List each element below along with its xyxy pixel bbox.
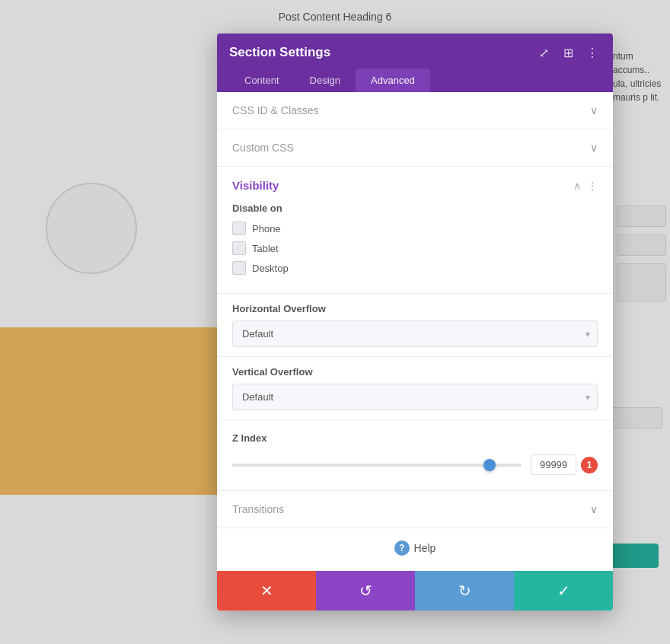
- tablet-checkbox[interactable]: [232, 241, 246, 255]
- desktop-checkbox[interactable]: [232, 261, 246, 275]
- transitions-section[interactable]: Transitions ∨: [217, 491, 613, 528]
- help-label: Help: [414, 542, 436, 554]
- tablet-label: Tablet: [252, 243, 279, 254]
- modal-tabs: Content Design Advanced: [229, 69, 601, 92]
- vertical-overflow-select-wrapper: Default Visible Hidden Scroll Auto ▾: [232, 384, 598, 410]
- transitions-label: Transitions: [232, 503, 284, 515]
- help-icon[interactable]: ?: [394, 540, 410, 556]
- tab-advanced[interactable]: Advanced: [356, 69, 430, 92]
- tab-content[interactable]: Content: [229, 69, 295, 92]
- expand-icon[interactable]: ⤢: [535, 44, 552, 61]
- visibility-section: Visibility ∧ ⋮ Disable on Phone Tablet D…: [217, 167, 613, 294]
- help-section: ? Help: [217, 528, 613, 571]
- css-id-classes-section[interactable]: CSS ID & Classes ∨: [217, 92, 613, 129]
- phone-checkbox-row: Phone: [232, 222, 598, 235]
- css-id-classes-label: CSS ID & Classes: [232, 104, 319, 116]
- z-index-section: Z Index 1: [217, 420, 613, 491]
- visibility-header: Visibility ∧ ⋮: [232, 179, 598, 192]
- z-index-slider-row: 1: [232, 454, 598, 475]
- section-settings-modal: Section Settings ⤢ ⊞ ⋮ Content Design Ad…: [217, 33, 613, 611]
- save-button[interactable]: ✓: [514, 571, 613, 611]
- visibility-more-icon[interactable]: ⋮: [587, 180, 598, 192]
- z-index-label: Z Index: [232, 432, 598, 444]
- modal-header: Section Settings ⤢ ⊞ ⋮ Content Design Ad…: [217, 33, 613, 92]
- modal-header-icons: ⤢ ⊞ ⋮: [535, 44, 601, 61]
- visibility-title: Visibility: [232, 179, 279, 192]
- modal-footer: ✕ ↺ ↻ ✓: [217, 571, 613, 611]
- horizontal-overflow-section: Horizontal Overflow Default Visible Hidd…: [217, 294, 613, 357]
- z-index-slider-track: [232, 464, 522, 467]
- phone-label: Phone: [252, 223, 281, 234]
- desktop-label: Desktop: [252, 263, 289, 274]
- cancel-button[interactable]: ✕: [217, 571, 316, 611]
- tablet-checkbox-row: Tablet: [232, 241, 598, 255]
- horizontal-overflow-select-wrapper: Default Visible Hidden Scroll Auto ▾: [232, 320, 598, 347]
- z-index-badge: 1: [581, 457, 598, 473]
- columns-icon[interactable]: ⊞: [560, 44, 576, 61]
- disable-on-label: Disable on: [232, 202, 598, 214]
- visibility-header-icons: ∧ ⋮: [573, 180, 598, 192]
- z-index-input[interactable]: [531, 454, 576, 475]
- vertical-overflow-section: Vertical Overflow Default Visible Hidden…: [217, 357, 613, 420]
- undo-button[interactable]: ↺: [316, 571, 415, 611]
- modal-body: CSS ID & Classes ∨ Custom CSS ∨ Visibili…: [217, 92, 613, 571]
- custom-css-chevron-icon: ∨: [590, 142, 598, 154]
- horizontal-overflow-label: Horizontal Overflow: [232, 303, 598, 314]
- tab-design[interactable]: Design: [295, 69, 356, 92]
- transitions-chevron-icon: ∨: [590, 503, 598, 515]
- phone-checkbox[interactable]: [232, 222, 246, 235]
- more-icon[interactable]: ⋮: [584, 44, 601, 61]
- horizontal-overflow-select[interactable]: Default Visible Hidden Scroll Auto: [232, 320, 598, 347]
- vertical-overflow-label: Vertical Overflow: [232, 366, 598, 378]
- redo-button[interactable]: ↻: [415, 571, 514, 611]
- vertical-overflow-select[interactable]: Default Visible Hidden Scroll Auto: [232, 384, 598, 410]
- z-value-wrapper: 1: [531, 454, 598, 475]
- z-index-slider-fill: [232, 464, 493, 467]
- visibility-chevron-up-icon[interactable]: ∧: [573, 180, 581, 192]
- css-id-chevron-icon: ∨: [590, 104, 598, 116]
- modal-title: Section Settings: [229, 45, 330, 60]
- modal-header-top: Section Settings ⤢ ⊞ ⋮: [229, 44, 601, 61]
- desktop-checkbox-row: Desktop: [232, 261, 598, 275]
- z-index-slider-thumb[interactable]: [483, 459, 496, 471]
- custom-css-label: Custom CSS: [232, 142, 294, 154]
- z-index-slider-container: [232, 464, 522, 467]
- custom-css-section[interactable]: Custom CSS ∨: [217, 129, 613, 167]
